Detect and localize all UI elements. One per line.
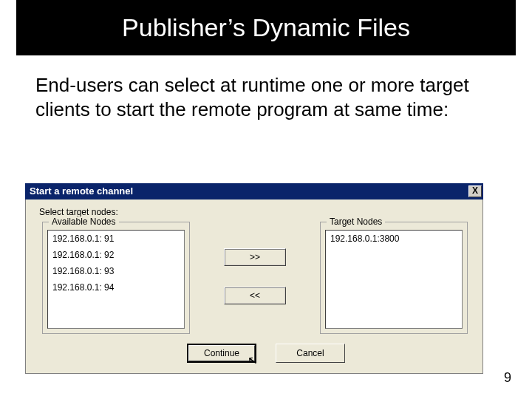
target-nodes-list[interactable]: 192.168.0.1:3800 bbox=[325, 230, 463, 329]
page-number: 9 bbox=[504, 370, 511, 386]
dialog-titlebar: Start a remote channel X bbox=[25, 183, 483, 200]
add-button[interactable]: >> bbox=[224, 248, 286, 266]
cancel-button[interactable]: Cancel bbox=[276, 344, 345, 363]
close-button[interactable]: X bbox=[468, 185, 482, 197]
dialog-instruction: Select target nodes: bbox=[39, 207, 118, 217]
target-nodes-legend: Target Nodes bbox=[327, 216, 385, 227]
list-item[interactable]: 192.168.0.1:3800 bbox=[326, 231, 462, 247]
list-item[interactable]: 192.168.0.1: 94 bbox=[48, 279, 184, 296]
slide-body-text: End-users can select at runtime one or m… bbox=[35, 73, 497, 121]
continue-button[interactable]: Continue bbox=[187, 344, 256, 363]
slide-title: Publisher’s Dynamic Files bbox=[16, 0, 516, 55]
list-item[interactable]: 192.168.0.1: 93 bbox=[48, 263, 184, 279]
list-item[interactable]: 192.168.0.1: 92 bbox=[48, 247, 184, 263]
dialog-title: Start a remote channel bbox=[30, 183, 133, 200]
available-nodes-group: Available Nodes 192.168.0.1: 91 192.168.… bbox=[42, 222, 190, 334]
list-item[interactable]: 192.168.0.1: 91 bbox=[48, 231, 184, 247]
target-nodes-group: Target Nodes 192.168.0.1:3800 bbox=[320, 222, 468, 334]
available-nodes-legend: Available Nodes bbox=[49, 216, 119, 227]
remove-button[interactable]: << bbox=[224, 287, 286, 304]
dialog-window: Start a remote channel X Select target n… bbox=[25, 183, 483, 374]
dialog-body: Select target nodes: Available Nodes 192… bbox=[25, 200, 483, 374]
available-nodes-list[interactable]: 192.168.0.1: 91 192.168.0.1: 92 192.168.… bbox=[47, 230, 185, 329]
